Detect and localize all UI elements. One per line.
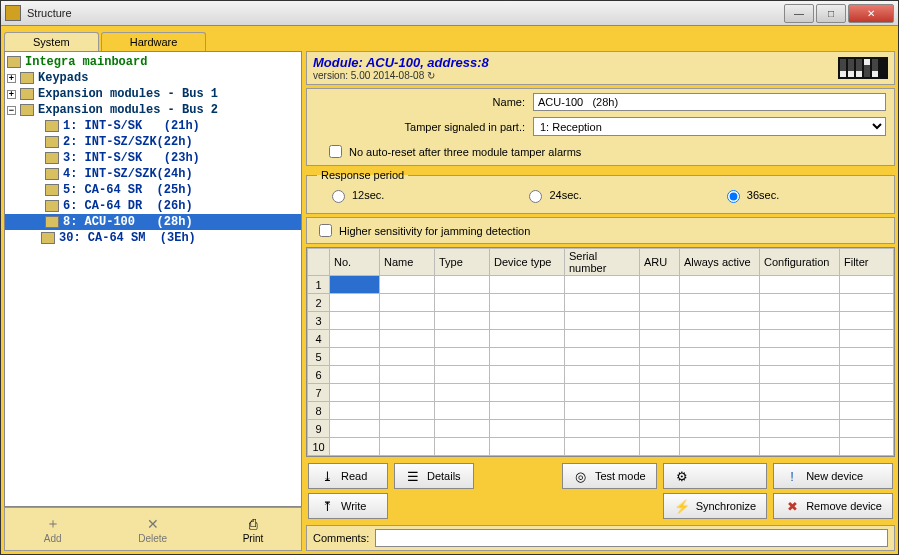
- new-device-button[interactable]: !New device: [773, 463, 893, 489]
- tree-item[interactable]: 6: CA-64 DR (26h): [5, 198, 301, 214]
- grid-cell[interactable]: [435, 420, 490, 438]
- col-filter[interactable]: Filter: [840, 249, 894, 276]
- tab-system[interactable]: System: [4, 32, 99, 51]
- grid-cell[interactable]: [380, 312, 435, 330]
- grid-cell[interactable]: [435, 366, 490, 384]
- grid-cell[interactable]: [330, 366, 380, 384]
- col-no[interactable]: No.: [330, 249, 380, 276]
- grid-cell[interactable]: [760, 384, 840, 402]
- tamper-select[interactable]: 1: Reception: [533, 117, 886, 136]
- grid-cell[interactable]: [680, 384, 760, 402]
- col-devtype[interactable]: Device type: [490, 249, 565, 276]
- grid-cell[interactable]: [840, 384, 894, 402]
- grid-cell[interactable]: [640, 330, 680, 348]
- radio-24sec[interactable]: 24sec.: [524, 187, 581, 203]
- table-row[interactable]: 9: [308, 420, 894, 438]
- grid-cell[interactable]: [490, 402, 565, 420]
- grid-cell[interactable]: [330, 348, 380, 366]
- col-name[interactable]: Name: [380, 249, 435, 276]
- grid-cell[interactable]: [380, 330, 435, 348]
- grid-cell[interactable]: [640, 402, 680, 420]
- grid-cell[interactable]: [380, 420, 435, 438]
- collapse-icon[interactable]: −: [7, 106, 16, 115]
- hardware-tree[interactable]: Integra mainboard +Keypads +Expansion mo…: [4, 51, 302, 507]
- col-active[interactable]: Always active: [680, 249, 760, 276]
- table-row[interactable]: 8: [308, 402, 894, 420]
- grid-cell[interactable]: [565, 384, 640, 402]
- grid-cell[interactable]: [680, 330, 760, 348]
- testmode-button[interactable]: ◎Test mode: [562, 463, 657, 489]
- grid-cell[interactable]: [435, 384, 490, 402]
- grid-cell[interactable]: [640, 348, 680, 366]
- close-button[interactable]: ✕: [848, 4, 894, 23]
- grid-cell[interactable]: [640, 420, 680, 438]
- expand-icon[interactable]: +: [7, 74, 16, 83]
- grid-cell[interactable]: [840, 420, 894, 438]
- grid-cell[interactable]: [680, 366, 760, 384]
- grid-cell[interactable]: [380, 438, 435, 456]
- grid-cell[interactable]: [760, 366, 840, 384]
- tree-node-bus1[interactable]: +Expansion modules - Bus 1: [5, 86, 301, 102]
- grid-cell[interactable]: [330, 312, 380, 330]
- col-type[interactable]: Type: [435, 249, 490, 276]
- remove-device-button[interactable]: ✖Remove device: [773, 493, 893, 519]
- name-input[interactable]: [533, 93, 886, 111]
- write-button[interactable]: ⤒Write: [308, 493, 388, 519]
- extra-button[interactable]: ⚙: [663, 463, 768, 489]
- table-row[interactable]: 7: [308, 384, 894, 402]
- grid-cell[interactable]: [840, 402, 894, 420]
- grid-cell[interactable]: [680, 276, 760, 294]
- grid-cell[interactable]: [380, 348, 435, 366]
- grid-cell[interactable]: [435, 402, 490, 420]
- col-aru[interactable]: ARU: [640, 249, 680, 276]
- grid-cell[interactable]: [565, 420, 640, 438]
- grid-cell[interactable]: [490, 438, 565, 456]
- table-row[interactable]: 5: [308, 348, 894, 366]
- grid-cell[interactable]: [680, 438, 760, 456]
- grid-cell[interactable]: [760, 420, 840, 438]
- grid-cell[interactable]: [330, 384, 380, 402]
- details-button[interactable]: ☰Details: [394, 463, 474, 489]
- device-grid[interactable]: No. Name Type Device type Serial number …: [306, 247, 895, 457]
- grid-cell[interactable]: [680, 420, 760, 438]
- col-serial[interactable]: Serial number: [565, 249, 640, 276]
- grid-cell[interactable]: [640, 294, 680, 312]
- grid-cell[interactable]: [565, 276, 640, 294]
- print-button[interactable]: ⎙Print: [243, 515, 264, 544]
- grid-cell[interactable]: [435, 276, 490, 294]
- grid-cell[interactable]: [680, 294, 760, 312]
- grid-cell[interactable]: [640, 276, 680, 294]
- table-row[interactable]: 6: [308, 366, 894, 384]
- grid-cell[interactable]: [435, 330, 490, 348]
- table-row[interactable]: 3: [308, 312, 894, 330]
- grid-cell[interactable]: [565, 402, 640, 420]
- grid-cell[interactable]: [760, 294, 840, 312]
- grid-cell[interactable]: [680, 312, 760, 330]
- tab-hardware[interactable]: Hardware: [101, 32, 207, 51]
- grid-cell[interactable]: [840, 438, 894, 456]
- grid-cell[interactable]: [760, 330, 840, 348]
- grid-cell[interactable]: [490, 276, 565, 294]
- grid-cell[interactable]: [330, 276, 380, 294]
- table-row[interactable]: 10: [308, 438, 894, 456]
- tree-item-selected[interactable]: 8: ACU-100 (28h): [5, 214, 301, 230]
- grid-cell[interactable]: [760, 276, 840, 294]
- grid-cell[interactable]: [760, 438, 840, 456]
- grid-cell[interactable]: [840, 330, 894, 348]
- tree-item[interactable]: 30: CA-64 SM (3Eh): [5, 230, 301, 246]
- grid-cell[interactable]: [640, 438, 680, 456]
- tree-item[interactable]: 5: CA-64 SR (25h): [5, 182, 301, 198]
- maximize-button[interactable]: □: [816, 4, 846, 23]
- grid-cell[interactable]: [565, 330, 640, 348]
- grid-cell[interactable]: [565, 312, 640, 330]
- tree-item[interactable]: 3: INT-S/SK (23h): [5, 150, 301, 166]
- grid-cell[interactable]: [840, 276, 894, 294]
- grid-cell[interactable]: [330, 438, 380, 456]
- grid-cell[interactable]: [840, 366, 894, 384]
- grid-cell[interactable]: [840, 312, 894, 330]
- read-button[interactable]: ⤓Read: [308, 463, 388, 489]
- col-config[interactable]: Configuration: [760, 249, 840, 276]
- grid-cell[interactable]: [330, 294, 380, 312]
- grid-cell[interactable]: [760, 402, 840, 420]
- grid-cell[interactable]: [840, 294, 894, 312]
